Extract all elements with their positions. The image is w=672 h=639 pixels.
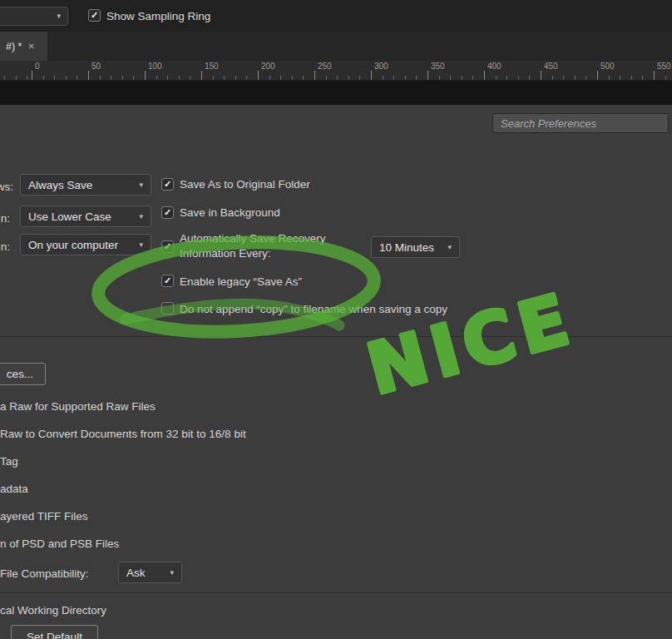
- file-extension-label: n:: [1, 211, 10, 225]
- chevron-down-icon: ▾: [57, 12, 61, 20]
- show-sampling-ring-label: Show Sampling Ring: [106, 10, 210, 22]
- document-canvas: [0, 81, 672, 105]
- ruler-number: 200: [261, 62, 275, 71]
- image-previews-label: ws:: [0, 180, 13, 194]
- chevron-down-icon: ▾: [139, 241, 143, 249]
- file-compatibility-label: File Compatibility:: [0, 567, 89, 581]
- save-as-original-folder-checkbox[interactable]: ✓: [161, 178, 174, 191]
- psd-psb-compression-option-label: n of PSD and PSB Files: [0, 537, 119, 551]
- section-divider: [0, 336, 672, 337]
- ruler-major-tick: [654, 71, 655, 80]
- ruler-number: 150: [205, 62, 219, 71]
- set-default-button[interactable]: Set Default: [11, 625, 98, 639]
- ruler-number: 250: [318, 62, 332, 71]
- ruler-number: 300: [374, 62, 388, 71]
- check-icon: ✓: [162, 179, 173, 190]
- file-location-dropdown[interactable]: On your computer ▾: [20, 234, 151, 255]
- check-icon: ✓: [162, 275, 173, 286]
- file-location-label: n:: [1, 240, 10, 254]
- document-tab[interactable]: #) * ✕: [0, 32, 47, 61]
- save-in-background-checkbox[interactable]: ✓: [161, 206, 174, 219]
- image-previews-dropdown-value: Always Save: [28, 179, 92, 191]
- show-sampling-ring-checkbox[interactable]: ✓: [88, 9, 101, 22]
- no-append-copy-checkbox[interactable]: [161, 302, 174, 315]
- ruler-number: 350: [431, 62, 445, 71]
- ruler-major-tick: [314, 71, 315, 80]
- set-default-button-label: Set Default: [27, 631, 82, 639]
- ruler-major-tick: [597, 71, 598, 80]
- ruler-major-tick: [201, 71, 202, 80]
- ruler-major-tick: [32, 71, 32, 80]
- sample-size-dropdown[interactable]: ▾: [0, 7, 68, 26]
- ruler-major-tick: [371, 71, 372, 80]
- ruler-number: 550: [657, 62, 671, 71]
- close-icon[interactable]: ✕: [27, 42, 34, 51]
- chevron-down-icon: ▾: [170, 569, 174, 577]
- ruler-number: 500: [600, 62, 615, 71]
- save-as-original-folder-label: Save As to Original Folder: [180, 177, 310, 191]
- document-tab-bar: #) * ✕: [0, 32, 672, 61]
- photoshop-preferences-screen: ▾ ✓ Show Sampling Ring #) * ✕ 0501001502…: [0, 0, 672, 639]
- image-previews-dropdown[interactable]: Always Save ▾: [20, 174, 151, 196]
- ruler-number: 0: [35, 62, 40, 71]
- save-in-background-label: Save in Background: [180, 206, 280, 220]
- save-interval-dropdown[interactable]: 10 Minutes ▾: [371, 236, 460, 258]
- check-icon: ✓: [89, 10, 100, 21]
- ruler-major-tick: [88, 71, 89, 80]
- auto-save-recovery-label-line2: Information Every:: [180, 246, 271, 260]
- check-icon: ✓: [162, 207, 173, 218]
- chevron-down-icon: ▾: [139, 213, 143, 220]
- chevron-down-icon: ▾: [139, 181, 143, 189]
- enable-legacy-save-as-checkbox[interactable]: ✓: [161, 275, 174, 287]
- ruler-major-tick: [427, 71, 428, 80]
- camera-raw-preferences-button-label: ces...: [7, 368, 33, 380]
- ruler-number: 450: [544, 62, 558, 71]
- section-divider: [0, 592, 672, 593]
- save-interval-dropdown-value: 10 Minutes: [379, 241, 434, 254]
- camera-raw-convert-option-label: Raw to Convert Documents from 32 bit to …: [0, 427, 246, 441]
- camera-raw-option-label: a Raw for Supported Raw Files: [0, 399, 156, 414]
- enable-legacy-save-as-label: Enable legacy “Save As”: [180, 275, 302, 289]
- ruler-number: 100: [148, 62, 162, 71]
- ruler-major-tick: [484, 71, 485, 80]
- file-location-dropdown-value: On your computer: [28, 239, 118, 251]
- file-extension-dropdown-value: Use Lower Case: [28, 211, 111, 223]
- check-icon: ✓: [162, 241, 173, 252]
- file-extension-dropdown[interactable]: Use Lower Case ▾: [20, 206, 151, 227]
- no-append-copy-label: Do not append “copy” to filename when sa…: [180, 302, 447, 316]
- file-compatibility-dropdown[interactable]: Ask ▾: [118, 562, 182, 583]
- chevron-down-icon: ▾: [447, 244, 452, 251]
- ruler-major-tick: [258, 71, 259, 80]
- horizontal-ruler: 050100150200250300350400450500550: [0, 61, 672, 81]
- ignore-exif-tag-option-label: Tag: [0, 454, 18, 468]
- ruler-number: 400: [487, 62, 502, 71]
- document-tab-title: #) *: [6, 41, 22, 52]
- layered-tiff-option-label: ayered TIFF Files: [0, 509, 88, 523]
- working-directory-label: cal Working Directory: [0, 603, 106, 617]
- auto-save-recovery-checkbox[interactable]: ✓: [161, 240, 174, 253]
- ruler-major-tick: [541, 71, 541, 80]
- search-preferences-input[interactable]: [492, 113, 669, 133]
- camera-raw-preferences-button[interactable]: ces...: [0, 363, 46, 385]
- ruler-major-tick: [145, 71, 146, 80]
- options-bar: ▾ ✓ Show Sampling Ring: [0, 0, 672, 32]
- file-compatibility-dropdown-value: Ask: [126, 567, 146, 579]
- ruler-number: 50: [91, 62, 101, 71]
- auto-save-recovery-label-line1: Automatically Save Recovery: [180, 231, 326, 245]
- ignore-rotation-metadata-option-label: adata: [0, 482, 28, 496]
- ruler-minor-ticks: [0, 76, 672, 80]
